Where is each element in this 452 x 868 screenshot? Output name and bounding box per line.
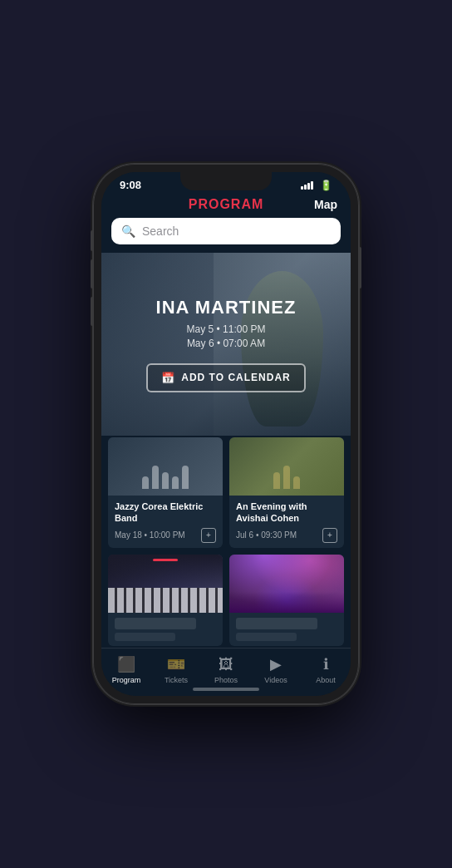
volume-up-button (91, 259, 93, 289)
piano-keys-visual (108, 588, 223, 613)
add-to-calendar-button[interactable]: 📅 ADD TO CALENDAR (146, 363, 305, 392)
event-thumbnail-1 (108, 437, 223, 496)
hero-date-start: May 5 • 11:00 PM (187, 323, 266, 335)
videos-nav-label: Videos (264, 676, 287, 684)
status-icons: 🔋 (301, 180, 332, 191)
map-button[interactable]: Map (314, 198, 337, 211)
videos-nav-icon: ▶ (270, 655, 282, 673)
nav-item-program[interactable]: ⬛ Program (108, 655, 145, 684)
notch (180, 172, 272, 190)
event-title-3 (115, 618, 196, 629)
battery-icon: 🔋 (320, 180, 332, 191)
event-calendar-add-1[interactable]: + (201, 528, 216, 543)
event-date-2: Jul 6 • 09:30 PM (236, 530, 297, 540)
event-card-1[interactable]: Jazzy Corea Elektric Band May 18 • 10:00… (108, 437, 223, 548)
event-image-guitarist (229, 437, 344, 496)
event-title-1: Jazzy Corea Elektric Band (115, 501, 216, 525)
wifi-icon (301, 181, 313, 190)
event-thumbnail-2 (229, 437, 344, 496)
calendar-plus-icon: 📅 (161, 372, 174, 384)
home-indicator (193, 688, 259, 691)
nav-item-photos[interactable]: 🖼 Photos (208, 656, 244, 684)
search-bar-container: 🔍 Search (101, 218, 351, 253)
event-image-piano (108, 555, 223, 613)
event-calendar-add-2[interactable]: + (322, 528, 337, 543)
events-row-2 (108, 555, 344, 646)
nav-item-about[interactable]: ℹ About (307, 655, 344, 684)
hero-artist-name: INA MARTINEZ (156, 297, 297, 318)
photos-nav-label: Photos (214, 676, 238, 684)
volume-down-button (91, 297, 93, 326)
program-nav-label: Program (112, 676, 141, 684)
hero-section: INA MARTINEZ May 5 • 11:00 PM May 6 • 07… (101, 253, 351, 436)
hero-date-end: May 6 • 07:00 AM (187, 338, 265, 349)
power-button (359, 247, 361, 289)
phone-screen: 9:08 🔋 PROGRAM Map 🔍 Search (101, 172, 351, 696)
event-date-1: May 18 • 10:00 PM (115, 530, 185, 540)
nav-item-tickets[interactable]: 🎫 Tickets (158, 655, 194, 684)
header-title: PROGRAM (189, 197, 264, 212)
event-thumbnail-3 (108, 555, 223, 613)
search-input-wrap[interactable]: 🔍 Search (111, 218, 341, 244)
event-card-3[interactable] (108, 555, 223, 646)
event-card-4[interactable] (229, 555, 344, 646)
events-grid: Jazzy Corea Elektric Band May 18 • 10:00… (101, 436, 351, 648)
event-title-4 (236, 618, 317, 629)
phone-frame: 9:08 🔋 PROGRAM Map 🔍 Search (93, 164, 359, 704)
events-row-1: Jazzy Corea Elektric Band May 18 • 10:00… (108, 437, 344, 548)
search-icon: 🔍 (121, 224, 135, 238)
photos-nav-icon: 🖼 (219, 656, 233, 673)
event-image-band (108, 437, 223, 496)
search-input[interactable]: Search (142, 224, 179, 238)
about-nav-icon: ℹ (323, 655, 329, 673)
hero-content: INA MARTINEZ May 5 • 11:00 PM May 6 • 07… (101, 253, 351, 436)
event-image-concert (229, 555, 344, 613)
program-nav-icon: ⬛ (117, 655, 135, 673)
about-nav-label: About (316, 676, 336, 684)
mute-switch (91, 230, 93, 251)
event-card-2[interactable]: An Evening with Avishai Cohen Jul 6 • 09… (229, 437, 344, 548)
add-to-calendar-label: ADD TO CALENDAR (181, 372, 290, 383)
event-thumbnail-4 (229, 555, 344, 613)
app-header: PROGRAM Map (101, 195, 351, 218)
tickets-nav-label: Tickets (165, 676, 188, 684)
tickets-nav-icon: 🎫 (167, 655, 185, 673)
nav-item-videos[interactable]: ▶ Videos (258, 655, 294, 684)
status-time: 9:08 (120, 179, 141, 191)
event-title-2: An Evening with Avishai Cohen (236, 501, 337, 525)
